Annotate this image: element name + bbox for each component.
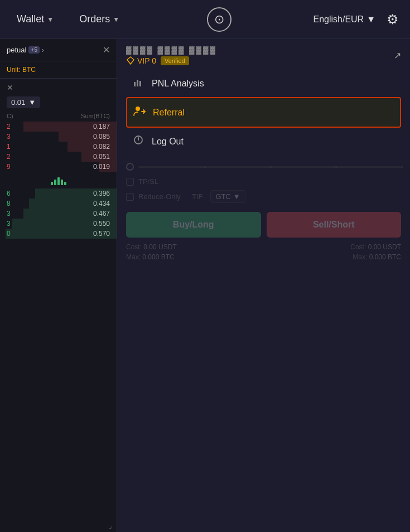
max-sell-label: Max: [353,253,367,261]
table-row: 8 0.434 [0,199,117,209]
table-row: 0 0.570 [0,229,117,239]
user-info-row: ▓▓▓▓ ▓▓▓▓ ▓▓▓▓ VIP 0 Verified [126,46,401,65]
left-panel-header: petual +5 › ✕ [0,39,117,61]
slider-track [138,166,401,168]
max-rows: Max: 0.000 BTC Max: 0.000 BTC [126,253,401,261]
slider-tick [335,166,337,168]
buy-long-button[interactable]: Buy/Long [126,212,261,238]
referral-menu-item[interactable]: Referral [126,97,401,128]
sell-max: Max: 0.000 BTC [353,253,401,261]
dropdown-arrow-icon[interactable]: ↗ [394,50,401,61]
gtc-value: GTC [215,192,230,201]
lot-caret-icon: ▼ [28,98,36,107]
table-row: 3 0.550 [0,219,117,229]
panel-badge: +5 [28,46,39,54]
logout-menu-item[interactable]: Log Out [126,128,401,155]
user-dropdown: ▓▓▓▓ ▓▓▓▓ ▓▓▓▓ VIP 0 Verified [117,39,410,162]
dropdown-overlay: ▓▓▓▓ ▓▓▓▓ ▓▓▓▓ VIP 0 Verified [117,39,410,532]
orders-label: Orders [79,13,110,25]
slider-tick [401,166,403,168]
ask-price: 2 [7,123,11,130]
orderbook-column-headers: C) Sum(BTC) [0,110,117,122]
wallet-menu[interactable]: Wallet ▼ [11,11,59,28]
diamond-icon [126,56,135,65]
cost-buy-label: Cost: [126,243,142,251]
bid-price: 8 [7,200,11,207]
user-id-display: ▓▓▓▓ ▓▓▓▓ ▓▓▓▓ [126,46,217,54]
mid-price-bar [0,172,117,188]
referral-icon [133,105,146,120]
ask-price: 3 [7,133,11,141]
resize-handle: ⌟ [109,522,112,530]
user-vip-row: VIP 0 Verified [126,56,217,65]
reduce-checkbox[interactable] [126,193,134,201]
ask-rows: 2 0.187 3 0.085 1 0.082 2 0.051 9 0. [0,122,117,172]
action-buttons: Buy/Long Sell/Short [126,212,401,238]
bid-price: 3 [7,220,11,228]
panel-title-text: petual [7,46,26,54]
section-close-button[interactable]: ✕ [7,83,13,92]
tpsl-label: TP/SL [138,177,158,186]
slider-tick [270,166,272,168]
tpsl-checkbox[interactable] [126,178,134,186]
lot-value: 0.01 [11,98,25,107]
unit-value: BTC [22,66,36,74]
vip-label: VIP 0 [137,56,156,65]
bid-price: 3 [7,210,11,217]
slider-thumb [126,163,134,171]
table-row: 6 0.396 [0,188,117,199]
cost-sell-label: Cost: [350,243,366,251]
svg-rect-2 [137,80,138,86]
table-row: 2 0.187 [0,122,117,132]
vip-badge: VIP 0 [126,56,156,65]
language-menu[interactable]: English/EUR ▼ [313,14,375,25]
table-row: 3 0.467 [0,209,117,219]
logout-label: Log Out [152,137,184,147]
table-row: 9 0.019 [0,162,117,172]
panel-title: petual +5 › [7,46,44,54]
leverage-slider[interactable] [126,163,401,171]
order-section-header: ✕ [0,79,117,94]
sum-col-header: Sum(BTC) [81,113,110,119]
cost-sell-value: 0.00 USDT [368,243,401,251]
panel-arrow-icon: › [42,46,44,54]
unit-label: Unit: [7,66,21,74]
bid-price: 6 [7,190,11,197]
tpsl-row: TP/SL [126,177,401,186]
max-buy-value: 0.000 BTC [142,253,174,261]
slider-tick [204,166,206,168]
buy-max: Max: 0.000 BTC [126,253,175,261]
pnl-label: PNL Analysis [152,79,204,89]
table-row: 2 0.051 [0,152,117,162]
dropdown-menu-items: PNL Analysis Referral [126,70,401,155]
price-col-header: C) [7,113,13,119]
language-label: English/EUR [313,14,364,25]
pnl-analysis-menu-item[interactable]: PNL Analysis [126,70,401,97]
lot-size-selector[interactable]: 0.01 ▼ [7,96,40,108]
main-layout: petual +5 › ✕ Unit: BTC ✕ 0.01 ▼ C) Sum(… [0,39,410,532]
left-panel: petual +5 › ✕ Unit: BTC ✕ 0.01 ▼ C) Sum(… [0,39,117,532]
verified-badge: Verified [161,56,189,65]
user-id-block: ▓▓▓▓ ▓▓▓▓ ▓▓▓▓ VIP 0 Verified [126,46,217,65]
sell-short-button[interactable]: Sell/Short [267,212,402,238]
reduce-label: Reduce-Only [138,192,181,201]
referral-label: Referral [153,108,185,118]
avatar-button[interactable]: ⊙ [207,7,231,32]
svg-rect-1 [134,82,136,86]
panel-close-button[interactable]: ✕ [103,45,110,55]
language-caret-icon: ▼ [366,14,375,25]
cost-buy-value: 0.00 USDT [143,243,176,251]
gtc-caret-icon: ▼ [233,192,240,201]
table-row: 3 0.085 [0,132,117,142]
wallet-label: Wallet [17,13,44,25]
wallet-caret-icon: ▼ [47,16,54,23]
orders-menu[interactable]: Orders ▼ [74,11,125,28]
cost-rows: Cost: 0.00 USDT Cost: 0.00 USDT [126,243,401,251]
ask-price: 9 [7,163,11,171]
pnl-icon [132,76,145,90]
settings-button[interactable]: ⚙ [387,12,399,27]
gtc-selector[interactable]: GTC ▼ [210,190,245,203]
ask-price: 2 [7,153,11,161]
svg-point-4 [136,107,140,111]
user-id-text: ▓▓▓▓ ▓▓▓▓ ▓▓▓▓ [126,46,217,54]
